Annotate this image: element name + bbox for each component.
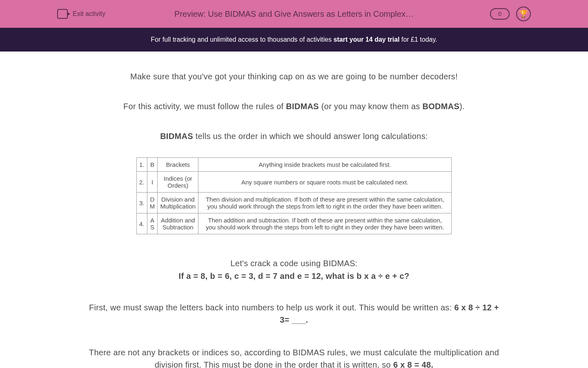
intro-text: Make sure that you've got your thinking … bbox=[86, 72, 502, 81]
order-suffix: tells us the order in which we should an… bbox=[193, 132, 428, 141]
row-num: 3. bbox=[136, 193, 147, 213]
explain-text-1: First, we must swap the letters back int… bbox=[86, 301, 502, 326]
row-num: 4. bbox=[136, 213, 147, 234]
row-num: 1. bbox=[136, 158, 147, 172]
row-name: Brackets bbox=[158, 158, 198, 172]
trophy-icon: 🏆 bbox=[519, 9, 528, 18]
promo-banner[interactable]: For full tracking and unlimited access t… bbox=[0, 28, 588, 52]
exit-activity-button[interactable]: Exit activity bbox=[57, 9, 105, 19]
table-row: 3. D M Division and Multiplication Then … bbox=[136, 193, 452, 213]
rules-mid: (or you may know them as bbox=[319, 102, 422, 111]
rules-suffix: ). bbox=[459, 102, 465, 111]
order-text: BIDMAS tells us the order in which we sh… bbox=[86, 132, 502, 141]
rules-bodmas: BODMAS bbox=[422, 102, 459, 111]
rules-prefix: For this activity, we must follow the ru… bbox=[123, 102, 286, 111]
explain-text-2: There are not any brackets or indices so… bbox=[86, 346, 502, 368]
row-desc: Then addition and subtraction. If both o… bbox=[198, 213, 452, 234]
table-row: 1. B Brackets Anything inside brackets m… bbox=[136, 158, 452, 172]
row-name: Division and Multiplication bbox=[158, 193, 198, 213]
page-title: Preview: Use BIDMAS and Give Answers as … bbox=[174, 9, 414, 19]
row-letter: D M bbox=[147, 193, 158, 213]
trophy-button[interactable]: 🏆 bbox=[516, 7, 531, 21]
code-intro: Let's crack a code using BIDMAS: bbox=[86, 259, 502, 268]
row-letter: B bbox=[147, 158, 158, 172]
row-desc: Anything inside brackets must be calcula… bbox=[198, 158, 452, 172]
rules-text: For this activity, we must follow the ru… bbox=[86, 102, 502, 111]
row-desc: Any square numbers or square roots must … bbox=[198, 172, 452, 193]
header-right: 0 🏆 bbox=[490, 7, 531, 21]
promo-bold: start your 14 day trial bbox=[334, 36, 400, 43]
promo-suffix: for £1 today. bbox=[399, 36, 437, 43]
row-name: Indices (or Orders) bbox=[158, 172, 198, 193]
promo-prefix: For full tracking and unlimited access t… bbox=[151, 36, 333, 43]
explain2-prefix: There are not any brackets or indices so… bbox=[89, 348, 499, 368]
row-letter: I bbox=[147, 172, 158, 193]
table-row: 2. I Indices (or Orders) Any square numb… bbox=[136, 172, 452, 193]
score-badge[interactable]: 0 bbox=[490, 8, 510, 20]
explain2-bold: 6 x 8 = 48. bbox=[393, 360, 433, 368]
row-desc: Then division and multiplication. If bot… bbox=[198, 193, 452, 213]
exit-label: Exit activity bbox=[73, 10, 105, 18]
explain1-prefix: First, we must swap the letters back int… bbox=[89, 303, 454, 312]
row-letter: A S bbox=[147, 213, 158, 234]
row-num: 2. bbox=[136, 172, 147, 193]
rules-bidmas: BIDMAS bbox=[286, 102, 319, 111]
row-name: Addition and Subtraction bbox=[158, 213, 198, 234]
code-question: If a = 8, b = 6, c = 3, d = 7 and e = 12… bbox=[86, 272, 502, 281]
order-prefix: BIDMAS bbox=[160, 132, 193, 141]
content-area: Make sure that you've got your thinking … bbox=[69, 52, 519, 368]
header-bar: Exit activity Preview: Use BIDMAS and Gi… bbox=[0, 0, 588, 28]
exit-icon bbox=[57, 9, 68, 19]
table-row: 4. A S Addition and Subtraction Then add… bbox=[136, 213, 452, 234]
bidmas-table: 1. B Brackets Anything inside brackets m… bbox=[136, 157, 452, 234]
